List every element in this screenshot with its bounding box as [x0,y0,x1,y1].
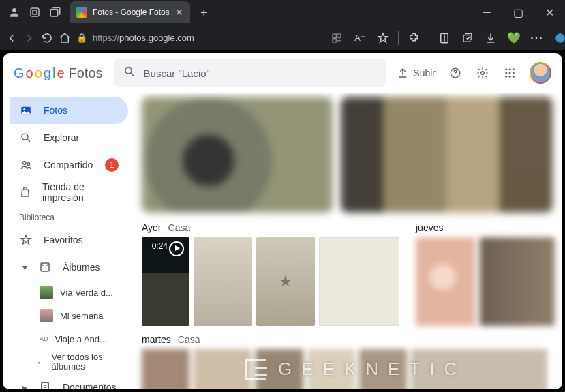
svg-point-24 [22,134,28,140]
close-tab-icon[interactable]: ✕ [175,7,183,18]
group-day: martes [142,334,171,345]
sidebar-label: Compartido [44,160,93,170]
svg-point-23 [23,108,25,110]
album-mi-semana[interactable]: Mi semana [10,304,128,327]
group-day: Ayer [142,222,162,233]
star-icon [19,234,33,246]
address-bar[interactable]: 🔒 https://photos.google.com [76,29,322,48]
minimize-button[interactable]: ─ [471,0,502,25]
svg-point-10 [125,67,132,74]
group-location: Casa [178,334,200,345]
photo-thumbnail[interactable] [319,237,399,326]
url-host: photos.google.com [119,33,194,43]
svg-rect-3 [50,10,58,17]
sidebar-label: Tienda de impresión [42,181,119,203]
text-size-icon[interactable]: A⁺ [350,29,369,48]
forward-button[interactable] [23,29,35,48]
album-thumb-icon [40,309,53,322]
downloads-icon[interactable] [481,29,500,48]
svg-point-20 [509,76,511,78]
app-grid-icon[interactable] [327,29,346,48]
sidebar-item-explore[interactable]: Explorar [10,124,128,151]
apps-grid-icon[interactable] [502,65,517,80]
browser-titlebar: Fotos - Google Fotos ✕ ＋ ─ ▢ ✕ [0,0,565,25]
photo-thumbnail[interactable] [194,237,252,326]
photo-grid: Ayer Casa 0:24 [132,93,562,389]
collections-icon[interactable] [458,29,477,48]
upload-label: Subir [413,67,436,78]
copilot-icon[interactable] [551,29,565,48]
svg-point-26 [27,163,30,166]
photo-thumbnail[interactable] [416,237,476,326]
search-input[interactable]: Buscar "Lacio" [114,59,386,87]
home-button[interactable] [59,29,71,48]
settings-icon[interactable] [475,65,490,80]
sidebar-item-print[interactable]: Tienda de impresión [10,179,128,206]
tab-title: Fotos - Google Fotos [93,7,170,17]
search-icon [123,65,136,81]
album-label: Viaje a And... [55,334,107,344]
shared-icon [19,159,33,171]
photo-thumbnail-video[interactable]: 0:24 [142,237,189,326]
album-ad-viaje[interactable]: AD Viaje a And... [10,327,128,350]
lock-icon: 🔒 [76,33,87,43]
album-icon [38,261,52,273]
search-placeholder: Buscar "Lacio" [144,67,210,79]
featured-memory[interactable] [142,97,333,213]
sidebar-item-albums[interactable]: ▾ Álbumes [10,254,128,281]
reader-icon[interactable] [435,29,454,48]
svg-point-18 [513,72,515,74]
svg-rect-28 [42,382,49,389]
album-via-verda[interactable]: Via Verda d... [10,281,128,304]
svg-point-9 [555,33,565,43]
bag-icon [19,186,31,198]
photo-strip[interactable] [142,349,553,389]
svg-point-14 [509,68,511,70]
album-label: Ver todos los álbumes [52,352,128,372]
chevron-down-icon[interactable]: ▾ [19,262,30,273]
svg-point-13 [505,68,507,70]
ad-label: AD [40,335,48,342]
maximize-button[interactable]: ▢ [502,0,534,25]
menu-icon[interactable]: ··· [528,29,547,48]
photo-thumbnail[interactable] [256,237,315,326]
workspace-icon[interactable] [29,6,41,18]
close-window-button[interactable]: ✕ [534,0,565,25]
sidebar-item-favorites[interactable]: Favoritos [10,226,128,254]
photo-thumbnail[interactable] [480,237,555,326]
sidebar-item-shared[interactable]: Compartido 1 [10,151,128,179]
tabs-icon[interactable] [49,6,61,18]
album-see-all[interactable]: → Ver todos los álbumes [10,350,128,374]
featured-memory[interactable] [341,97,553,213]
favicon-icon [76,7,87,18]
album-label: Mi semana [60,311,104,321]
account-avatar[interactable] [530,62,551,84]
sidebar: Fotos Explorar Compartido 1 Tienda de im… [3,93,132,389]
sidebar-label: Fotos [44,105,67,116]
sidebar-item-documents[interactable]: ▸ Documentos [10,374,128,389]
profile-icon[interactable] [8,6,20,18]
product-name: Fotos [69,65,103,81]
extensions-icon[interactable] [404,29,423,48]
svg-rect-6 [333,38,336,42]
chevron-right-icon[interactable]: ▸ [19,382,30,389]
browser-tab[interactable]: Fotos - Google Fotos ✕ [70,1,190,23]
search-icon [19,132,33,144]
sidebar-label: Álbumes [63,262,100,273]
sidebar-item-photos[interactable]: Fotos [10,97,128,124]
refresh-button[interactable] [41,29,53,48]
svg-point-16 [505,72,507,74]
svg-rect-2 [33,10,37,14]
sidebar-label: Favoritos [44,235,83,245]
extension-badge-icon[interactable]: 💚 [504,29,523,48]
favorite-icon[interactable] [373,29,393,48]
svg-rect-5 [337,34,341,37]
browser-toolbar: 🔒 https://photos.google.com A⁺ 💚 ··· [0,25,565,50]
upload-button[interactable]: Subir [397,67,436,79]
google-photos-logo[interactable]: Google Fotos [14,65,103,81]
google-photos-app: Google Fotos Buscar "Lacio" Subir [3,53,562,389]
help-icon[interactable] [448,65,463,80]
back-button[interactable] [5,29,18,48]
url-protocol: https:// [93,33,119,43]
new-tab-button[interactable]: ＋ [194,3,213,22]
